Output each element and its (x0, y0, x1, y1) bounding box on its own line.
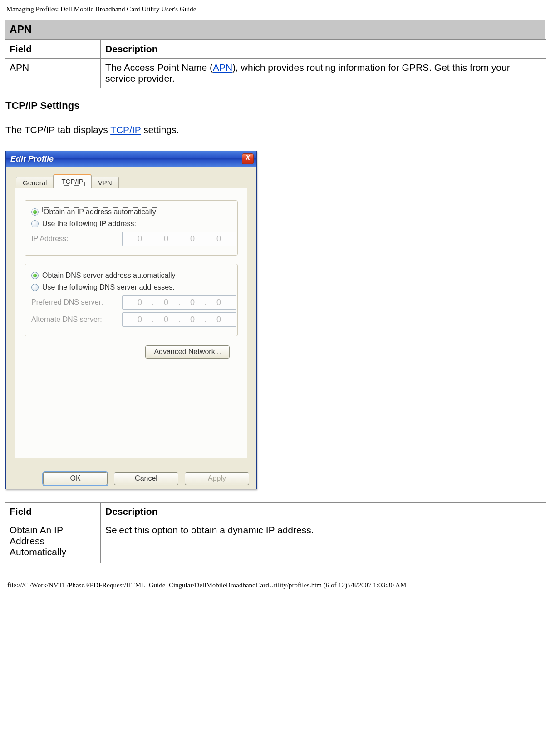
ip-oct-4: 0 (208, 298, 230, 307)
tcpip-table: Field Description Obtain An IP Address A… (5, 502, 546, 563)
dialog-titlebar[interactable]: Edit Profile X (6, 151, 256, 167)
ip-dot: . (203, 234, 208, 244)
ip-oct-4: 0 (208, 234, 230, 244)
radio-obtain-dns-label: Obtain DNS server address automatically (42, 271, 175, 280)
apn-row-description: The Access Point Name (APN), which provi… (101, 59, 546, 88)
dialog-title-text: Edit Profile (10, 154, 242, 164)
alternate-dns-row: Alternate DNS server: 0 . 0 . 0 . 0 (31, 312, 233, 327)
tcpip-row1-description: Select this option to obtain a dynamic I… (101, 521, 546, 563)
ip-oct-1: 0 (129, 298, 151, 307)
close-button[interactable]: X (242, 153, 254, 164)
ip-dot: . (177, 234, 182, 244)
dialog-button-row: OK Cancel Apply (6, 466, 256, 489)
radio-use-dns[interactable]: Use the following DNS server addresses: (31, 283, 233, 291)
ok-button[interactable]: OK (43, 472, 108, 485)
tcpip-col-field: Field (5, 503, 101, 521)
tcpip-settings-heading: TCP/IP Settings (5, 100, 546, 112)
preferred-dns-input[interactable]: 0 . 0 . 0 . 0 (122, 295, 236, 310)
alternate-dns-input[interactable]: 0 . 0 . 0 . 0 (122, 312, 236, 327)
preferred-dns-label: Preferred DNS server: (31, 298, 122, 306)
tcpip-col-description: Description (101, 503, 546, 521)
ip-address-label: IP Address: (31, 235, 122, 243)
radio-use-ip-label: Use the following IP address: (42, 220, 136, 228)
dns-groupbox: Obtain DNS server address automatically … (25, 264, 238, 336)
edit-profile-dialog: Edit Profile X General TCP/IP VPN Obtain… (5, 151, 257, 489)
ip-oct-4: 0 (208, 315, 230, 325)
tab-tcpip[interactable]: TCP/IP (53, 174, 91, 188)
ip-oct-3: 0 (182, 298, 203, 307)
ip-oct-1: 0 (129, 234, 151, 244)
page-footer: file:///C|/Work/NVTL/Phase3/PDFRequest/H… (5, 563, 546, 589)
radio-use-ip-indicator (31, 220, 39, 227)
tcpip-row1-field: Obtain An IP Address Automatically (5, 521, 101, 563)
ip-oct-2: 0 (155, 298, 177, 307)
radio-obtain-dns-indicator (31, 272, 39, 279)
ip-dot: . (177, 298, 182, 307)
ip-oct-2: 0 (155, 315, 177, 325)
radio-obtain-ip-indicator (31, 208, 39, 216)
apn-col-description: Description (101, 40, 546, 59)
radio-use-dns-indicator (31, 284, 39, 291)
apn-col-field: Field (5, 40, 101, 59)
cancel-button[interactable]: Cancel (114, 472, 178, 485)
apn-link[interactable]: APN (213, 62, 232, 73)
radio-obtain-ip[interactable]: Obtain an IP address automatically (31, 208, 233, 216)
alternate-dns-label: Alternate DNS server: (31, 315, 122, 324)
apply-button[interactable]: Apply (185, 472, 249, 485)
ip-dot: . (203, 315, 208, 325)
ip-dot: . (151, 234, 155, 244)
tab-general[interactable]: General (16, 177, 54, 189)
ip-oct-1: 0 (129, 315, 151, 325)
ip-oct-2: 0 (155, 234, 177, 244)
radio-obtain-ip-label: Obtain an IP address automatically (42, 207, 157, 216)
preferred-dns-row: Preferred DNS server: 0 . 0 . 0 . 0 (31, 295, 233, 310)
apn-desc-pre: The Access Point Name ( (105, 62, 213, 73)
radio-obtain-dns[interactable]: Obtain DNS server address automatically (31, 271, 233, 280)
tab-tcpip-label: TCP/IP (60, 177, 84, 186)
apn-table: APN Field Description APN The Access Poi… (5, 20, 546, 88)
radio-use-dns-label: Use the following DNS server addresses: (42, 283, 175, 291)
tcpip-intro-post: settings. (141, 124, 179, 135)
tcpip-tab-panel: Obtain an IP address automatically Use t… (15, 188, 247, 458)
tab-vpn[interactable]: VPN (91, 177, 119, 189)
advanced-network-button[interactable]: Advanced Network... (145, 345, 230, 359)
tab-strip: General TCP/IP VPN (16, 174, 247, 188)
ip-dot: . (151, 315, 155, 325)
ip-address-input[interactable]: 0 . 0 . 0 . 0 (122, 232, 236, 246)
ip-dot: . (151, 298, 155, 307)
apn-row-field: APN (5, 59, 101, 88)
ip-oct-3: 0 (182, 234, 203, 244)
tcpip-intro-pre: The TCP/IP tab displays (5, 124, 110, 135)
ip-address-row: IP Address: 0 . 0 . 0 . 0 (31, 232, 233, 246)
apn-section-header: APN (5, 20, 546, 40)
ip-groupbox: Obtain an IP address automatically Use t… (25, 200, 238, 256)
tcpip-intro-line: The TCP/IP tab displays TCP/IP settings. (5, 124, 546, 135)
radio-use-ip[interactable]: Use the following IP address: (31, 220, 233, 228)
tcpip-link[interactable]: TCP/IP (110, 124, 141, 135)
ip-dot: . (177, 315, 182, 325)
ip-dot: . (203, 298, 208, 307)
page-header: Managing Profiles: Dell Mobile Broadband… (5, 5, 546, 20)
ip-oct-3: 0 (182, 315, 203, 325)
